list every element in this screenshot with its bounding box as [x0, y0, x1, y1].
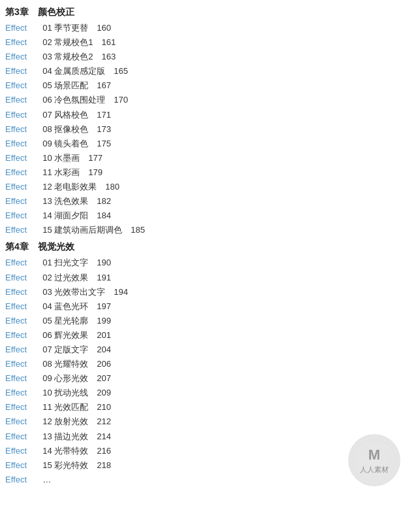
list-item: Effect 11 光效匹配 210 — [5, 400, 415, 414]
effect-text: 09 镜头着色 175 — [38, 137, 111, 151]
effect-text: 15 建筑动画后期调色 185 — [38, 223, 145, 237]
effect-text: 14 光带特效 216 — [38, 444, 111, 458]
effect-label: Effect — [5, 108, 38, 122]
effect-label: Effect — [5, 223, 38, 237]
effect-text: 08 抠像校色 173 — [38, 122, 111, 137]
effect-text: 12 放射光效 212 — [38, 414, 111, 429]
list-item: Effect 03 光效带出文字 194 — [5, 285, 415, 299]
page-content: 第3章 颜色校正 Effect 01 季节更替 160Effect 02 常规校… — [0, 0, 420, 490]
list-item: Effect 01 扫光文字 190 — [5, 256, 415, 270]
list-item: Effect 07 风格校色 171 — [5, 108, 415, 122]
effect-label: Effect — [5, 400, 38, 414]
list-item: Effect 12 老电影效果 180 — [5, 180, 415, 194]
effect-text: 09 心形光效 207 — [38, 371, 111, 386]
effect-label: Effect — [5, 473, 38, 487]
effect-label: Effect — [5, 371, 38, 386]
list-item: Effect 09 心形光效 207 — [5, 371, 415, 386]
effect-label: Effect — [5, 328, 38, 343]
list-item: Effect 11 水彩画 179 — [5, 165, 415, 180]
effect-text: 08 光耀特效 206 — [38, 357, 111, 371]
effect-text: 04 蓝色光环 197 — [38, 299, 111, 314]
effect-label: Effect — [5, 137, 38, 151]
effect-text: 07 风格校色 171 — [38, 108, 111, 122]
list-item: Effect 13 洗色效果 182 — [5, 194, 415, 209]
list-item: Effect 04 金属质感定版 165 — [5, 64, 415, 78]
list-item: Effect 15 建筑动画后期调色 185 — [5, 223, 415, 237]
list-item: Effect 12 放射光效 212 — [5, 414, 415, 429]
effect-label: Effect — [5, 165, 38, 180]
effect-text: 10 扰动光线 209 — [38, 386, 111, 400]
list-item: Effect 07 定版文字 204 — [5, 343, 415, 357]
list-item: Effect 02 常规校色1 161 — [5, 35, 415, 50]
effect-text: 04 金属质感定版 165 — [38, 64, 128, 78]
list-item: Effect 10 扰动光线 209 — [5, 386, 415, 400]
effect-label: Effect — [5, 78, 38, 93]
effect-label: Effect — [5, 180, 38, 194]
effect-text: 10 水墨画 177 — [38, 151, 103, 165]
effect-text: 15 彩光特效 218 — [38, 458, 111, 473]
list-item: Effect 02 过光效果 191 — [5, 271, 415, 285]
effect-label: Effect — [5, 314, 38, 328]
effect-text: 07 定版文字 204 — [38, 343, 111, 357]
effect-text: 11 光效匹配 210 — [38, 400, 111, 414]
effect-label: Effect — [5, 430, 38, 444]
effect-text: 02 常规校色1 161 — [38, 35, 116, 50]
chapter4-heading: 第4章 视觉光效 — [5, 241, 415, 253]
list-item: Effect 08 抠像校色 173 — [5, 122, 415, 137]
effect-label: Effect — [5, 299, 38, 314]
effect-label: Effect — [5, 151, 38, 165]
effect-label: Effect — [5, 122, 38, 137]
list-item: Effect 08 光耀特效 206 — [5, 357, 415, 371]
effect-text: 03 光效带出文字 194 — [38, 285, 128, 299]
watermark-text: 人人素材 — [360, 465, 389, 475]
effect-label: Effect — [5, 256, 38, 270]
effect-label: Effect — [5, 343, 38, 357]
list-item: Effect 14 湖面夕阳 184 — [5, 209, 415, 223]
effect-label: Effect — [5, 64, 38, 78]
effect-label: Effect — [5, 209, 38, 223]
list-item: Effect 01 季节更替 160 — [5, 21, 415, 35]
list-item: Effect 09 镜头着色 175 — [5, 137, 415, 151]
effect-text: 01 季节更替 160 — [38, 21, 111, 35]
list-item: Effect 05 场景匹配 167 — [5, 78, 415, 93]
list-item: Effect 13 描边光效 214 — [5, 430, 415, 444]
chapter3-list: Effect 01 季节更替 160Effect 02 常规校色1 161Eff… — [5, 21, 415, 237]
effect-text: 01 扫光文字 190 — [38, 256, 111, 270]
effect-text: 03 常规校色2 163 — [38, 50, 116, 64]
effect-label: Effect — [5, 271, 38, 285]
effect-text: 05 场景匹配 167 — [38, 78, 111, 93]
effect-text: 13 洗色效果 182 — [38, 194, 111, 209]
effect-label: Effect — [5, 414, 38, 429]
effect-label: Effect — [5, 21, 38, 35]
effect-text: 02 过光效果 191 — [38, 271, 111, 285]
list-item: Effect 03 常规校色2 163 — [5, 50, 415, 64]
chapter3-heading: 第3章 颜色校正 — [5, 7, 415, 18]
effect-label: Effect — [5, 285, 38, 299]
effect-text: 05 星光轮廓 199 — [38, 314, 111, 328]
effect-label: Effect — [5, 194, 38, 209]
list-item: Effect 06 辉光效果 201 — [5, 328, 415, 343]
list-item: Effect 06 冷色氛围处理 170 — [5, 93, 415, 107]
effect-label: Effect — [5, 357, 38, 371]
effect-text: 14 湖面夕阳 184 — [38, 209, 111, 223]
list-item: Effect 04 蓝色光环 197 — [5, 299, 415, 314]
effect-text: 06 冷色氛围处理 170 — [38, 93, 128, 107]
effect-text: 06 辉光效果 201 — [38, 328, 111, 343]
watermark: M 人人素材 — [348, 434, 400, 486]
list-item: Effect 10 水墨画 177 — [5, 151, 415, 165]
list-item: Effect 05 星光轮廓 199 — [5, 314, 415, 328]
effect-text: 13 描边光效 214 — [38, 430, 111, 444]
effect-text: … — [38, 473, 51, 487]
effect-label: Effect — [5, 458, 38, 473]
effect-label: Effect — [5, 93, 38, 107]
effect-label: Effect — [5, 444, 38, 458]
effect-text: 11 水彩画 179 — [38, 165, 103, 180]
watermark-icon: M — [368, 447, 380, 464]
effect-label: Effect — [5, 386, 38, 400]
effect-label: Effect — [5, 35, 38, 50]
effect-text: 12 老电影效果 180 — [38, 180, 120, 194]
effect-label: Effect — [5, 50, 38, 64]
